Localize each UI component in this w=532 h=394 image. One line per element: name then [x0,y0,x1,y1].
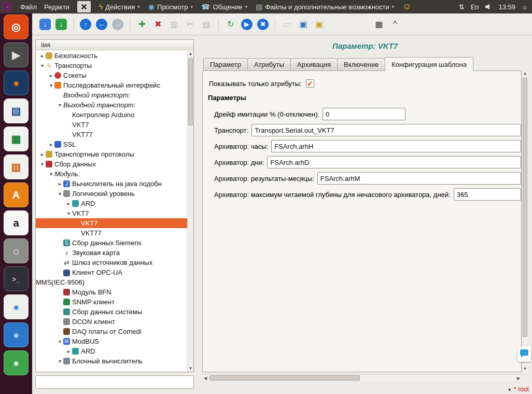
tree-item-0[interactable]: ▸Безопасность [36,51,187,61]
tab-2[interactable]: Архивация [290,58,338,71]
expander-icon[interactable]: ▾ [48,171,54,177]
session-gear-icon[interactable]: ☼ [522,3,528,11]
scroll-down-icon[interactable]: ▼ [522,366,528,372]
expander-icon[interactable]: ▸ [65,348,72,354]
scroll-up-icon[interactable]: ▲ [522,71,528,77]
save-to-db-button[interactable]: ↓ [55,19,67,30]
menu-files[interactable]: ▤Файлы и дополнительные возможности▾ [256,3,394,11]
expander-icon[interactable]: ▸ [48,142,54,147]
tree-item-25[interactable]: Сбор данных системы [36,307,187,317]
menu-file[interactable]: Файл [17,3,40,11]
tree-item-9[interactable]: ▸SSL [36,139,187,149]
tree-item-6[interactable]: Контроллер Arduino [36,110,187,120]
cut-item-button[interactable]: ✂ [184,18,197,31]
paste-item-button[interactable]: ▤ [200,18,213,31]
menu-edit[interactable]: Редакти [40,3,73,11]
tree-item-13[interactable]: ▸JВычислитель на java подобн [36,179,187,189]
archiver-hours-input[interactable] [271,140,521,152]
modules-button[interactable]: ▣ [313,18,326,31]
go-forward-button[interactable]: → [112,19,123,30]
tree-item-28[interactable]: ▾MModBUS [36,336,187,346]
tree-item-16[interactable]: ▾VKT7 [36,208,187,218]
expander-icon[interactable]: ▸ [48,73,54,78]
drift-input[interactable] [323,108,405,120]
go-back-button[interactable]: ← [96,19,107,30]
expander-icon[interactable]: ▾ [57,191,63,196]
launcher-terminal[interactable]: >_ [4,266,29,291]
archiver-days-input[interactable] [267,156,521,168]
launcher-blue-app[interactable]: ● [4,322,29,347]
clear-button[interactable]: ▭ [281,18,294,31]
launcher-ubuntu-dash[interactable]: ◎ [4,15,29,39]
transport-input[interactable] [251,124,521,136]
expander-icon[interactable]: ▾ [57,339,63,344]
expander-icon[interactable]: ▾ [57,358,63,364]
tree-scrollbar-thumb[interactable] [188,58,193,125]
tree-filter-input[interactable] [35,375,194,389]
launcher-green-app[interactable]: ● [4,350,29,375]
tab-0[interactable]: Параметр [203,58,248,71]
panel-hscrollbar-thumb[interactable] [209,375,360,381]
launcher-chromium[interactable]: ● [4,294,29,319]
menu-actions[interactable]: ϟДействия▾ [99,3,140,11]
tree-scrollbar[interactable]: ▲ ▼ [187,51,193,372]
launcher-amazon[interactable]: a [4,210,29,235]
menu-communication[interactable]: ☎Общение▾ [201,3,247,11]
tree-item-12[interactable]: ▾Модуль: [36,169,187,179]
tree-item-2[interactable]: ▸Сокеты [36,71,187,80]
tree-item-22[interactable]: Клиент OPC-UA MMS(IEC-9506) [36,268,187,287]
tree-item-24[interactable]: SNMP клиент [36,297,187,307]
panel-scrollbar[interactable]: ▲ ▼ [522,71,528,372]
tree-item-27[interactable]: DAQ платы от Comedi [36,327,187,336]
tree-item-4[interactable]: Входной транспорт: [36,90,187,100]
tree-item-15[interactable]: ▸ARD [36,199,187,208]
start-button[interactable]: ▶ [241,19,253,30]
tree-item-20[interactable]: ♪Звуковая карта [36,248,187,258]
launcher-firefox[interactable]: ● [4,71,29,95]
tree-item-17[interactable]: VKT7 [36,218,187,228]
tab-1[interactable]: Атрибуты [247,58,291,71]
expander-icon[interactable]: ▾ [65,210,72,216]
scroll-left-icon[interactable]: ◀ [202,375,208,382]
tree-item-5[interactable]: ▾Выходной транспорт: [36,100,187,110]
archiver-depth-input[interactable] [454,188,521,201]
tab-4[interactable]: Конфигурация шаблона [385,57,473,71]
remote-support-badge[interactable] [517,346,531,362]
tree-item-3[interactable]: ▾Последовательный интерфейс [36,80,187,90]
tree-item-7[interactable]: VKT7 [36,120,187,130]
delete-item-button[interactable]: ✖ [151,18,165,31]
show-only-attrs-checkbox[interactable]: ✔ [306,79,314,88]
clock[interactable]: 13:59 [499,3,516,11]
menu-view[interactable]: ◉Просмотр▾ [148,3,193,11]
scroll-down-icon[interactable]: ▼ [188,365,193,372]
connect-remote-button[interactable]: ▣ [297,18,310,31]
text-entry-indicator[interactable]: ⇅ [459,3,465,11]
tree-item-1[interactable]: ▾ϟТранспорты [36,61,187,71]
scroll-up-icon[interactable]: ▲ [188,51,193,57]
launcher-libreoffice-calc[interactable]: ▦ [4,126,29,151]
expander-icon[interactable]: ▾ [57,102,63,108]
tree-column-header[interactable]: Імя [36,40,193,50]
tree-item-19[interactable]: SСбор данных Siemens [36,238,187,248]
tree-item-29[interactable]: ▸ARD [36,346,187,356]
go-up-button[interactable]: ↑ [80,19,91,30]
expander-icon[interactable]: ▾ [39,63,46,68]
tree-item-14[interactable]: ▾Логический уровень [36,189,187,199]
add-item-button[interactable]: ✚ [135,18,149,31]
launcher-system-settings[interactable]: ☼ [4,238,29,263]
expander-icon[interactable]: ▸ [39,151,46,157]
launcher-software-center[interactable]: A [4,182,29,207]
refresh-button[interactable]: ↻ [224,18,237,31]
tree-item-11[interactable]: ▾Сбор данных [36,159,187,169]
tree-item-21[interactable]: ⇄Шлюз источников данных [36,258,187,268]
expander-icon[interactable]: ▸ [57,181,63,187]
expander-icon[interactable]: ▸ [39,53,46,59]
scroll-right-icon[interactable]: ▶ [515,375,522,382]
tree-item-23[interactable]: Модуль BFN [36,287,187,297]
tree-item-30[interactable]: ▾Блочный вычислитель [36,356,187,366]
tree-item-10[interactable]: ▸Транспортные протоколы [36,149,187,159]
tree-item-18[interactable]: VKT77 [36,228,187,238]
tab-3[interactable]: Включение [337,58,385,71]
tree-item-8[interactable]: VKT77 [36,130,187,139]
table-mode-button[interactable]: ▦ [372,18,386,31]
